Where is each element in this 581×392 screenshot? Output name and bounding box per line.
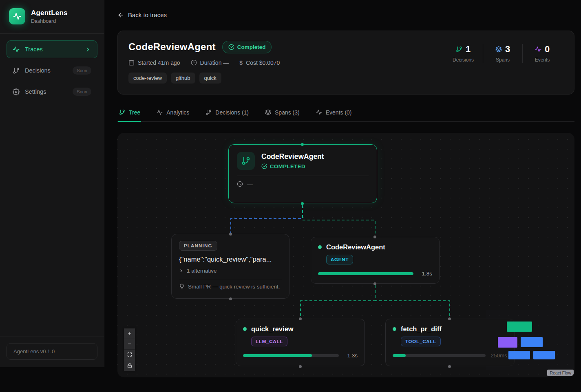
span-type-badge: TOOL_CALL [401,337,441,346]
fit-view-button[interactable] [124,350,135,360]
node-root-trace[interactable]: CodeReviewAgent COMPLETED — [228,144,377,203]
check-circle-icon [261,163,267,169]
trace-tags: code-review github quick [128,73,280,84]
cost-meta: $ Cost $0.0070 [239,59,280,66]
tab-decisions[interactable]: Decisions (1) [205,104,250,121]
sidebar-item-label: Decisions [25,67,67,74]
handle-root-bottom [301,202,304,205]
flow-canvas[interactable]: CodeReviewAgent COMPLETED — PLANNING {"n… [117,133,574,377]
sidebar-item-decisions[interactable]: Decisions Soon [7,62,97,79]
duration-bar [393,354,486,357]
git-branch-icon [456,46,462,53]
lock-toggle-button[interactable] [124,360,135,371]
tab-spans[interactable]: Spans (3) [264,104,300,121]
trace-title: CodeReviewAgent [128,41,216,53]
zoom-in-button[interactable] [124,328,135,339]
brand: AgentLens Dashboard [0,0,104,34]
activity-icon [535,46,541,53]
minimap-node-decision [498,337,517,348]
sidebar-item-label: Settings [25,88,67,95]
span-duration: 1.8s [418,271,432,277]
stat-value: 3 [505,44,510,55]
arrow-left-icon [117,12,124,18]
decision-action-text: {"name":"quick_review","para... [179,255,282,263]
edge-agent-to-quick [300,285,375,317]
node-decision-planning[interactable]: PLANNING {"name":"quick_review","para...… [171,234,289,299]
chevron-right-icon [179,269,183,273]
soon-badge: Soon [73,88,91,96]
status-dot-icon [318,245,322,249]
brand-subtitle: Dashboard [31,18,68,24]
sidebar-item-settings[interactable]: Settings Soon [7,83,97,101]
app-version: AgentLens v0.1.0 [7,343,97,360]
sidebar-item-label: Traces [25,46,79,53]
decision-alternatives-toggle[interactable]: 1 alternative [179,268,282,274]
git-branch-icon [119,109,125,115]
react-flow-attribution[interactable]: React Flow [547,370,574,376]
root-node-status: COMPLETED [261,163,324,170]
handle-decision-bottom [229,297,232,300]
duration-bar [243,354,339,357]
lightbulb-icon [179,284,185,289]
stat-spans: 3 Spans [483,44,522,63]
root-node-title: CodeReviewAgent [261,152,324,161]
span-title: fetch_pr_diff [401,325,442,333]
clock-icon [191,59,197,66]
span-duration: 1.3s [344,352,358,359]
sidebar-item-traces[interactable]: Traces [7,40,97,58]
main-content: Back to traces CodeReviewAgent Completed… [104,0,581,392]
activity-icon [13,46,20,53]
sidebar-nav: Traces Decisions Soon Settings Soon [0,34,104,101]
detail-tabs: Tree Analytics Decisions (1) Spans (3) E… [117,104,574,122]
layers-icon [265,109,271,115]
stat-events: 0 Events [523,44,562,63]
tab-analytics[interactable]: Analytics [156,104,190,121]
tag: code-review [128,73,167,84]
sidebar: AgentLens Dashboard Traces Decisions Soo… [0,0,104,367]
calendar-icon [128,59,135,66]
trace-stats: 1 Decisions 3 Spans 0 Events [444,44,562,63]
soon-badge: Soon [73,66,91,75]
stat-label: Events [523,57,562,63]
git-branch-icon [205,109,212,115]
duration-meta: Duration — [191,59,229,66]
node-span-quick-review[interactable]: quick_review LLM_CALL 1.3s [236,319,365,366]
handle-quick-bottom [299,365,302,368]
minus-icon [127,341,132,346]
fit-view-icon [127,352,132,357]
back-to-traces-link[interactable]: Back to traces [117,11,167,18]
handle-decision-top [229,233,232,236]
tab-events[interactable]: Events (0) [315,104,353,121]
root-node-duration: — [247,181,253,187]
decision-reason: Small PR — quick review is sufficient. [179,284,282,290]
minimap-node-fetch-pr-diff [533,351,555,359]
flow-controls [124,328,135,371]
handle-fetch-bottom [448,365,451,368]
git-branch-icon [13,67,20,74]
agentlens-logo-icon [9,8,25,24]
edge-root-to-decision [231,205,303,233]
minimap-node-agent [521,337,543,347]
trace-meta: Started 41m ago Duration — $ Cost $0.007… [128,59,280,66]
git-branch-icon [237,152,255,170]
decision-type-badge: PLANNING [179,241,217,251]
status-dot-icon [243,327,247,331]
span-type-badge: AGENT [326,255,353,264]
sidebar-footer: AgentLens v0.1.0 [0,337,104,367]
handle-quick-top [299,317,302,320]
handle-fetch-top [448,317,451,320]
status-badge: Completed [222,41,272,53]
status-dot-icon [393,327,396,331]
layers-icon [495,46,502,53]
flow-minimap[interactable] [486,310,574,370]
activity-icon [157,109,163,115]
handle-root-top [301,143,304,146]
unlock-icon [127,363,132,368]
stat-value: 1 [466,44,471,55]
tab-tree[interactable]: Tree [118,104,141,121]
chevron-right-icon [84,46,91,53]
tag: github [171,73,195,84]
zoom-out-button[interactable] [124,339,135,350]
minimap-node-quick-review [508,351,530,359]
node-span-agent[interactable]: CodeReviewAgent AGENT 1.8s [311,237,440,284]
